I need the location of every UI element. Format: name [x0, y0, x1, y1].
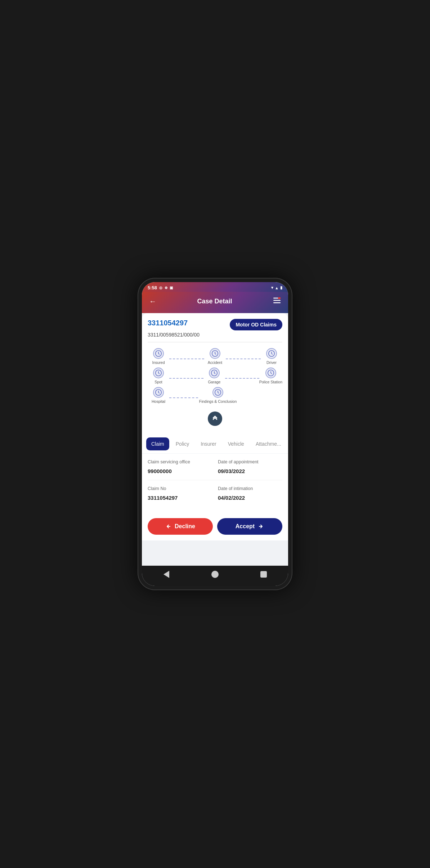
field-col-cso-value: 99000000 — [148, 468, 212, 474]
tab-vehicle[interactable]: Vehicle — [223, 437, 249, 450]
steps-row-2: Spot Garage — [148, 368, 282, 384]
claim-type-tag[interactable]: Motor OD Claims — [230, 319, 282, 330]
back-button[interactable]: ← — [148, 296, 158, 307]
line-4-5 — [169, 378, 203, 379]
tab-policy[interactable]: Policy — [171, 437, 194, 450]
step-label-accident: Accident — [208, 360, 222, 365]
claim-no-label: Claim No — [148, 486, 212, 491]
claim-no-value: 3311054297 — [148, 495, 212, 501]
recent-square-icon — [260, 571, 267, 578]
policy-number: 3311/00598521/000/00 — [148, 332, 282, 338]
step-spot: Spot — [148, 368, 169, 384]
card-header: 3311054297 Motor OD Claims — [148, 319, 282, 330]
date-of-intimation-label: Date of intimation — [218, 486, 282, 491]
line-2-3 — [226, 359, 261, 359]
nav-home-button[interactable] — [209, 569, 221, 580]
main-content: 3311054297 Motor OD Claims 3311/00598521… — [142, 313, 288, 566]
signal-icon: ▲ — [275, 286, 279, 290]
step-icon-accident — [210, 348, 220, 359]
status-icon-2: ⊕ — [165, 286, 167, 290]
status-right: ▾ ▲ ▮ — [271, 285, 282, 290]
tab-attachments[interactable]: Attachme... — [251, 437, 286, 450]
steps-row-1: Insured Accident — [148, 348, 282, 365]
step-accident: Accident — [204, 348, 226, 365]
bottom-buttons: Decline Accept — [142, 512, 288, 540]
field-col-cn-value: 3311054297 — [148, 495, 212, 501]
steps-wrapper: Insured Accident — [148, 347, 282, 407]
line-7-8 — [169, 397, 198, 398]
field-divider-1 — [148, 480, 282, 480]
step-icon-garage — [209, 368, 220, 378]
decline-button[interactable]: Decline — [148, 518, 213, 535]
field-claim-servicing-office: Claim servicing office — [148, 459, 212, 466]
step-driver: Driver — [261, 348, 282, 365]
step-icon-police-station — [265, 368, 276, 378]
field-col-doa-value: 09/03/2022 — [218, 468, 282, 474]
date-of-intimation-value: 04/02/2022 — [218, 495, 282, 501]
status-left: 5:58 ◎ ⊕ ▣ — [148, 285, 173, 290]
tab-insurer[interactable]: Insurer — [196, 437, 221, 450]
svg-rect-3 — [278, 297, 281, 299]
svg-rect-2 — [273, 302, 281, 303]
field-row-1-values: 99000000 09/03/2022 — [148, 468, 282, 474]
step-insured: Insured — [148, 348, 169, 365]
nav-back-button[interactable] — [161, 569, 172, 580]
svg-rect-1 — [273, 300, 281, 301]
field-date-of-appointment: Date of appointment — [218, 459, 282, 466]
home-circle-icon — [211, 571, 219, 578]
fields-section: Claim servicing office Date of appointme… — [142, 454, 288, 512]
line-1-2 — [169, 359, 204, 359]
step-label-spot: Spot — [154, 380, 162, 384]
claim-card: 3311054297 Motor OD Claims 3311/00598521… — [142, 313, 288, 435]
claim-id: 3311054297 — [148, 319, 188, 327]
collapse-button[interactable] — [208, 411, 222, 426]
step-garage: Garage — [203, 368, 225, 384]
phone-screen: 5:58 ◎ ⊕ ▣ ▾ ▲ ▮ ← Case Detail — [142, 282, 288, 586]
step-label-hospital: Hospital — [152, 399, 165, 404]
field-claim-no: Claim No — [148, 486, 212, 493]
steps-row-3: Hospital Findings & Conclusion — [148, 387, 282, 404]
line-5-6 — [225, 378, 259, 379]
date-of-appointment-label: Date of appointment — [218, 459, 282, 464]
step-icon-spot — [153, 368, 164, 378]
date-of-appointment-value: 09/03/2022 — [218, 468, 282, 474]
claim-servicing-office-label: Claim servicing office — [148, 459, 212, 464]
card-divider — [148, 342, 282, 342]
step-icon-driver — [266, 348, 277, 359]
status-bar: 5:58 ◎ ⊕ ▣ ▾ ▲ ▮ — [142, 282, 288, 292]
step-icon-insured — [153, 348, 164, 359]
tab-claim[interactable]: Claim — [146, 437, 169, 450]
field-row-2-values: 3311054297 04/02/2022 — [148, 495, 282, 501]
field-col-doi-value: 04/02/2022 — [218, 495, 282, 501]
step-icon-findings — [212, 387, 223, 398]
nav-recent-button[interactable] — [258, 569, 269, 580]
page-title: Case Detail — [197, 298, 232, 305]
field-row-2: Claim No Date of intimation — [148, 486, 282, 493]
phone-frame: 5:58 ◎ ⊕ ▣ ▾ ▲ ▮ ← Case Detail — [138, 278, 292, 590]
step-hospital: Hospital — [148, 387, 169, 404]
step-label-police-station: Police Station — [259, 380, 282, 384]
step-label-garage: Garage — [208, 380, 220, 384]
field-date-of-intimation: Date of intimation — [218, 486, 282, 493]
status-time: 5:58 — [148, 285, 157, 290]
accept-button[interactable]: Accept — [217, 518, 282, 535]
field-row-1: Claim servicing office Date of appointme… — [148, 459, 282, 466]
status-icon-1: ◎ — [159, 286, 162, 290]
nav-bar — [142, 566, 288, 586]
back-triangle-icon — [164, 571, 169, 578]
battery-icon: ▮ — [280, 285, 282, 290]
step-icon-hospital — [153, 387, 164, 398]
step-label-findings: Findings & Conclusion — [199, 399, 237, 404]
step-findings: Findings & Conclusion — [198, 387, 238, 404]
step-label-insured: Insured — [152, 360, 165, 365]
app-header: ← Case Detail — [142, 292, 288, 313]
step-police-station: Police Station — [259, 368, 282, 384]
status-icon-3: ▣ — [170, 286, 173, 290]
step-label-driver: Driver — [266, 360, 277, 365]
claim-servicing-office-value: 99000000 — [148, 468, 212, 474]
tabs-container: Claim Policy Insurer Vehicle Attachme... — [142, 435, 288, 453]
menu-button[interactable] — [272, 295, 282, 307]
wifi-icon: ▾ — [271, 285, 273, 290]
